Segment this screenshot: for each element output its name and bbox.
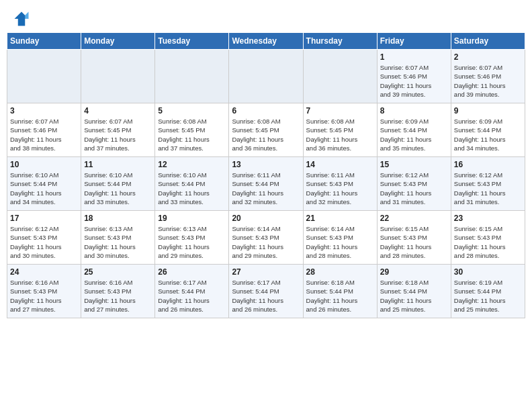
day-info: Sunrise: 6:17 AM Sunset: 5:44 PM Dayligh… xyxy=(232,278,300,314)
day-info: Sunrise: 6:08 AM Sunset: 5:45 PM Dayligh… xyxy=(306,117,374,152)
calendar-cell: 30Sunrise: 6:19 AM Sunset: 5:44 PM Dayli… xyxy=(451,265,525,318)
calendar-cell: 28Sunrise: 6:18 AM Sunset: 5:44 PM Dayli… xyxy=(303,265,377,318)
calendar-cell: 5Sunrise: 6:08 AM Sunset: 5:45 PM Daylig… xyxy=(155,103,229,157)
calendar-cell: 15Sunrise: 6:12 AM Sunset: 5:43 PM Dayli… xyxy=(377,157,451,211)
day-info: Sunrise: 6:10 AM Sunset: 5:44 PM Dayligh… xyxy=(84,171,152,206)
day-number: 24 xyxy=(10,267,78,277)
day-number: 18 xyxy=(84,214,152,223)
day-info: Sunrise: 6:17 AM Sunset: 5:44 PM Dayligh… xyxy=(158,278,226,314)
calendar-cell: 24Sunrise: 6:16 AM Sunset: 5:43 PM Dayli… xyxy=(7,265,81,318)
page: SundayMondayTuesdayWednesdayThursdayFrid… xyxy=(0,0,532,411)
day-info: Sunrise: 6:07 AM Sunset: 5:46 PM Dayligh… xyxy=(380,63,448,99)
calendar-cell: 16Sunrise: 6:12 AM Sunset: 5:43 PM Dayli… xyxy=(451,157,525,211)
calendar-cell xyxy=(229,50,303,103)
col-header-tuesday: Tuesday xyxy=(155,33,229,50)
day-info: Sunrise: 6:11 AM Sunset: 5:44 PM Dayligh… xyxy=(232,171,300,206)
day-info: Sunrise: 6:13 AM Sunset: 5:43 PM Dayligh… xyxy=(158,224,226,260)
day-info: Sunrise: 6:13 AM Sunset: 5:43 PM Dayligh… xyxy=(84,224,152,260)
day-info: Sunrise: 6:10 AM Sunset: 5:44 PM Dayligh… xyxy=(158,171,226,206)
day-info: Sunrise: 6:18 AM Sunset: 5:44 PM Dayligh… xyxy=(306,278,374,314)
day-number: 4 xyxy=(84,106,152,116)
calendar-cell: 8Sunrise: 6:09 AM Sunset: 5:44 PM Daylig… xyxy=(377,103,451,157)
day-number: 9 xyxy=(454,106,522,116)
day-number: 17 xyxy=(10,214,78,223)
day-number: 21 xyxy=(306,214,374,223)
col-header-wednesday: Wednesday xyxy=(229,33,303,50)
day-number: 6 xyxy=(232,106,300,116)
day-number: 2 xyxy=(454,52,522,62)
day-number: 12 xyxy=(158,160,226,169)
col-header-saturday: Saturday xyxy=(451,33,525,50)
calendar-cell: 6Sunrise: 6:08 AM Sunset: 5:45 PM Daylig… xyxy=(229,103,303,157)
day-number: 5 xyxy=(158,106,226,116)
calendar-week-row: 1Sunrise: 6:07 AM Sunset: 5:46 PM Daylig… xyxy=(7,50,525,103)
day-number: 1 xyxy=(380,52,448,62)
calendar-cell: 9Sunrise: 6:09 AM Sunset: 5:44 PM Daylig… xyxy=(451,103,525,157)
day-info: Sunrise: 6:07 AM Sunset: 5:46 PM Dayligh… xyxy=(10,117,78,152)
calendar-table: SundayMondayTuesdayWednesdayThursdayFrid… xyxy=(7,32,525,318)
day-number: 23 xyxy=(454,214,522,223)
calendar-cell: 20Sunrise: 6:14 AM Sunset: 5:43 PM Dayli… xyxy=(229,211,303,265)
calendar-week-row: 3Sunrise: 6:07 AM Sunset: 5:46 PM Daylig… xyxy=(7,103,525,157)
logo-icon xyxy=(12,9,31,28)
calendar-cell: 2Sunrise: 6:07 AM Sunset: 5:46 PM Daylig… xyxy=(451,50,525,103)
calendar-cell: 11Sunrise: 6:10 AM Sunset: 5:44 PM Dayli… xyxy=(81,157,155,211)
header xyxy=(0,0,532,32)
day-info: Sunrise: 6:12 AM Sunset: 5:43 PM Dayligh… xyxy=(10,224,78,260)
logo xyxy=(12,9,34,28)
day-info: Sunrise: 6:14 AM Sunset: 5:43 PM Dayligh… xyxy=(306,224,374,260)
col-header-friday: Friday xyxy=(377,33,451,50)
day-info: Sunrise: 6:11 AM Sunset: 5:43 PM Dayligh… xyxy=(306,171,374,206)
day-info: Sunrise: 6:15 AM Sunset: 5:43 PM Dayligh… xyxy=(380,224,448,260)
day-info: Sunrise: 6:14 AM Sunset: 5:43 PM Dayligh… xyxy=(232,224,300,260)
day-info: Sunrise: 6:15 AM Sunset: 5:43 PM Dayligh… xyxy=(454,224,522,260)
calendar-cell: 17Sunrise: 6:12 AM Sunset: 5:43 PM Dayli… xyxy=(7,211,81,265)
day-number: 25 xyxy=(84,267,152,277)
day-number: 22 xyxy=(380,214,448,223)
day-number: 15 xyxy=(380,160,448,169)
calendar-cell: 25Sunrise: 6:16 AM Sunset: 5:43 PM Dayli… xyxy=(81,265,155,318)
day-number: 16 xyxy=(454,160,522,169)
calendar-cell: 12Sunrise: 6:10 AM Sunset: 5:44 PM Dayli… xyxy=(155,157,229,211)
calendar-cell: 10Sunrise: 6:10 AM Sunset: 5:44 PM Dayli… xyxy=(7,157,81,211)
day-number: 7 xyxy=(306,106,374,116)
calendar-cell: 3Sunrise: 6:07 AM Sunset: 5:46 PM Daylig… xyxy=(7,103,81,157)
day-number: 13 xyxy=(232,160,300,169)
calendar-cell: 27Sunrise: 6:17 AM Sunset: 5:44 PM Dayli… xyxy=(229,265,303,318)
calendar-cell xyxy=(155,50,229,103)
day-info: Sunrise: 6:19 AM Sunset: 5:44 PM Dayligh… xyxy=(454,278,522,314)
day-number: 8 xyxy=(380,106,448,116)
day-info: Sunrise: 6:07 AM Sunset: 5:46 PM Dayligh… xyxy=(454,63,522,99)
calendar-cell: 7Sunrise: 6:08 AM Sunset: 5:45 PM Daylig… xyxy=(303,103,377,157)
calendar-cell: 22Sunrise: 6:15 AM Sunset: 5:43 PM Dayli… xyxy=(377,211,451,265)
calendar-cell: 14Sunrise: 6:11 AM Sunset: 5:43 PM Dayli… xyxy=(303,157,377,211)
calendar-cell: 29Sunrise: 6:18 AM Sunset: 5:44 PM Dayli… xyxy=(377,265,451,318)
calendar-cell xyxy=(81,50,155,103)
col-header-thursday: Thursday xyxy=(303,33,377,50)
day-info: Sunrise: 6:10 AM Sunset: 5:44 PM Dayligh… xyxy=(10,171,78,206)
day-number: 27 xyxy=(232,267,300,277)
day-info: Sunrise: 6:12 AM Sunset: 5:43 PM Dayligh… xyxy=(380,171,448,206)
day-info: Sunrise: 6:09 AM Sunset: 5:44 PM Dayligh… xyxy=(380,117,448,152)
calendar-cell: 23Sunrise: 6:15 AM Sunset: 5:43 PM Dayli… xyxy=(451,211,525,265)
day-number: 14 xyxy=(306,160,374,169)
calendar-cell: 26Sunrise: 6:17 AM Sunset: 5:44 PM Dayli… xyxy=(155,265,229,318)
day-info: Sunrise: 6:09 AM Sunset: 5:44 PM Dayligh… xyxy=(454,117,522,152)
day-info: Sunrise: 6:16 AM Sunset: 5:43 PM Dayligh… xyxy=(84,278,152,314)
calendar-cell: 13Sunrise: 6:11 AM Sunset: 5:44 PM Dayli… xyxy=(229,157,303,211)
day-number: 29 xyxy=(380,267,448,277)
day-number: 19 xyxy=(158,214,226,223)
day-number: 10 xyxy=(10,160,78,169)
calendar-cell: 18Sunrise: 6:13 AM Sunset: 5:43 PM Dayli… xyxy=(81,211,155,265)
day-info: Sunrise: 6:12 AM Sunset: 5:43 PM Dayligh… xyxy=(454,171,522,206)
svg-marker-1 xyxy=(25,12,28,19)
day-number: 28 xyxy=(306,267,374,277)
calendar-header-row: SundayMondayTuesdayWednesdayThursdayFrid… xyxy=(7,33,525,50)
calendar-cell: 4Sunrise: 6:07 AM Sunset: 5:45 PM Daylig… xyxy=(81,103,155,157)
day-number: 20 xyxy=(232,214,300,223)
day-info: Sunrise: 6:18 AM Sunset: 5:44 PM Dayligh… xyxy=(380,278,448,314)
day-info: Sunrise: 6:07 AM Sunset: 5:45 PM Dayligh… xyxy=(84,117,152,152)
calendar-week-row: 17Sunrise: 6:12 AM Sunset: 5:43 PM Dayli… xyxy=(7,211,525,265)
day-info: Sunrise: 6:08 AM Sunset: 5:45 PM Dayligh… xyxy=(158,117,226,152)
calendar-cell: 1Sunrise: 6:07 AM Sunset: 5:46 PM Daylig… xyxy=(377,50,451,103)
